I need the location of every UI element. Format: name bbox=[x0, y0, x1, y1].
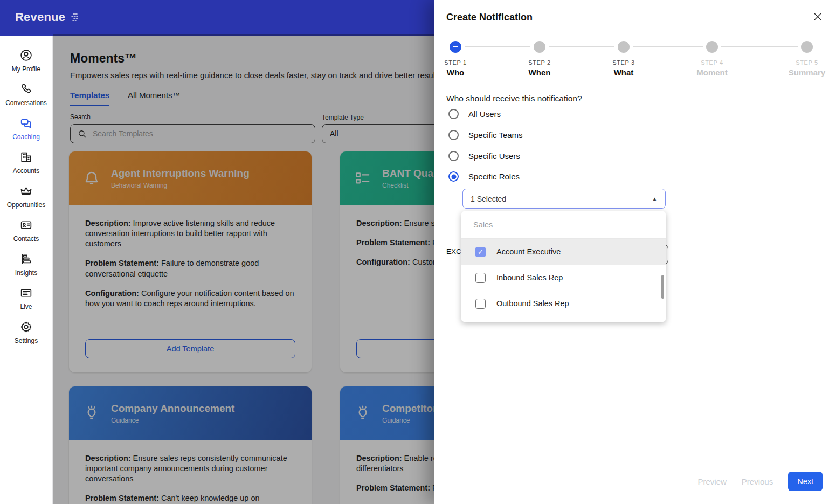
step-kicker: STEP 3 bbox=[586, 59, 661, 66]
radio-specific-roles[interactable]: Specific Roles bbox=[448, 171, 520, 182]
modal-backdrop[interactable] bbox=[53, 34, 434, 504]
radio-label: Specific Roles bbox=[468, 172, 520, 181]
news-list-icon bbox=[19, 286, 33, 300]
checkbox-checked-icon: ✓ bbox=[475, 247, 486, 257]
role-option-inbound-sales-rep[interactable]: Inbound Sales Rep bbox=[461, 265, 666, 291]
phone-icon bbox=[19, 82, 33, 96]
step-moment: STEP 4 Moment bbox=[674, 40, 750, 77]
sidebar-item-label: Insights bbox=[15, 269, 37, 277]
step-circle-icon bbox=[801, 41, 813, 53]
chevron-up-icon: ▲ bbox=[652, 196, 658, 202]
step-name: What bbox=[586, 68, 661, 77]
step-name: When bbox=[502, 68, 577, 77]
step-circle-icon bbox=[706, 41, 718, 53]
sidebar-item-label: Contacts bbox=[13, 235, 39, 243]
next-button[interactable]: Next bbox=[788, 472, 823, 491]
sidebar-item-coaching[interactable]: Coaching bbox=[0, 112, 52, 146]
preview-button[interactable]: Preview bbox=[697, 477, 726, 486]
radio-icon bbox=[448, 130, 459, 140]
profile-icon bbox=[19, 49, 33, 62]
radio-label: Specific Teams bbox=[468, 130, 523, 140]
sidebar-item-live[interactable]: Live bbox=[0, 281, 52, 315]
radio-icon bbox=[448, 109, 459, 119]
roles-dropdown-panel: Sales ✓ Account Executive Inbound Sales … bbox=[461, 211, 666, 322]
bar-chart-icon bbox=[19, 252, 33, 266]
sidebar-item-conversations[interactable]: Conversations bbox=[0, 78, 52, 112]
radio-icon bbox=[448, 151, 459, 161]
role-option-label: Outbound Sales Rep bbox=[496, 299, 569, 308]
radio-specific-users[interactable]: Specific Users bbox=[448, 151, 520, 161]
wizard-stepper: STEP 1 Who STEP 2 When STEP 3 What STEP … bbox=[434, 40, 836, 80]
gear-icon bbox=[19, 320, 33, 334]
sidebar-item-label: Settings bbox=[15, 337, 38, 344]
top-bar: Revenue bbox=[0, 0, 434, 36]
radio-label: Specific Users bbox=[468, 151, 520, 161]
step-circle-active-icon bbox=[450, 41, 461, 53]
role-option-outbound-sales-rep[interactable]: Outbound Sales Rep bbox=[461, 291, 666, 316]
create-notification-modal: Create Notification STEP 1 Who STEP 2 Wh… bbox=[434, 0, 836, 504]
step-circle-icon bbox=[618, 41, 630, 53]
step-name: Moment bbox=[674, 68, 750, 77]
app-window: Revenue My Profile Conversations Coachin… bbox=[0, 0, 836, 504]
modal-footer: Preview Previous Next bbox=[697, 472, 823, 491]
sidebar-item-contacts[interactable]: Contacts bbox=[0, 213, 52, 247]
role-option-label: Inbound Sales Rep bbox=[496, 273, 563, 282]
roles-select-value: 1 Selected bbox=[471, 195, 506, 203]
checkbox-unchecked-icon bbox=[475, 273, 486, 283]
sidebar-item-label: Opportunities bbox=[7, 201, 45, 209]
step-who[interactable]: STEP 1 Who bbox=[418, 40, 493, 77]
roles-group-label: Sales bbox=[461, 211, 666, 239]
checkbox-unchecked-icon bbox=[475, 299, 486, 309]
chat-bubbles-icon bbox=[19, 116, 33, 130]
contact-card-icon bbox=[19, 218, 33, 232]
step-kicker: STEP 5 bbox=[769, 59, 836, 66]
step-what[interactable]: STEP 3 What bbox=[586, 40, 661, 77]
sidebar-item-opportunities[interactable]: Opportunities bbox=[0, 179, 52, 213]
sidebar-item-my-profile[interactable]: My Profile bbox=[0, 44, 52, 78]
previous-button[interactable]: Previous bbox=[742, 477, 773, 486]
radio-selected-icon bbox=[448, 171, 459, 182]
roles-select[interactable]: 1 Selected ▲ bbox=[462, 189, 666, 209]
sidebar-nav: My Profile Conversations Coaching Accoun… bbox=[0, 36, 53, 504]
role-option-account-executive[interactable]: ✓ Account Executive bbox=[461, 239, 666, 265]
brand-logo: Revenue bbox=[15, 10, 81, 24]
radio-all-users[interactable]: All Users bbox=[448, 109, 501, 119]
step-kicker: STEP 2 bbox=[502, 59, 577, 66]
radio-label: All Users bbox=[468, 109, 501, 119]
buildings-icon bbox=[19, 150, 33, 164]
step-kicker: STEP 4 bbox=[674, 59, 750, 66]
step-when[interactable]: STEP 2 When bbox=[502, 40, 577, 77]
step-circle-icon bbox=[534, 41, 545, 53]
sidebar-item-label: Live bbox=[20, 303, 32, 310]
sidebar-item-label: Accounts bbox=[13, 167, 39, 175]
sidebar-item-label: Coaching bbox=[12, 133, 40, 141]
role-option-label: Account Executive bbox=[496, 247, 561, 256]
sidebar-item-accounts[interactable]: Accounts bbox=[0, 146, 52, 179]
brand-logo-text: Revenue bbox=[15, 10, 65, 24]
sidebar-item-insights[interactable]: Insights bbox=[0, 247, 52, 281]
sidebar-item-label: Conversations bbox=[5, 99, 47, 107]
radio-specific-teams[interactable]: Specific Teams bbox=[448, 130, 523, 140]
step-name: Summary bbox=[769, 68, 836, 77]
brand-logo-mark-icon bbox=[69, 11, 81, 23]
sidebar-item-settings[interactable]: Settings bbox=[0, 315, 52, 349]
step-name: Who bbox=[418, 68, 493, 77]
recipient-question: Who should receive this notification? bbox=[446, 94, 582, 103]
step-summary: STEP 5 Summary bbox=[769, 40, 836, 77]
modal-title: Create Notification bbox=[446, 12, 533, 23]
dropdown-scrollbar[interactable] bbox=[661, 275, 664, 299]
step-kicker: STEP 1 bbox=[418, 59, 493, 66]
sidebar-item-label: My Profile bbox=[12, 65, 40, 73]
close-icon[interactable] bbox=[812, 11, 824, 23]
crown-icon bbox=[19, 184, 33, 198]
